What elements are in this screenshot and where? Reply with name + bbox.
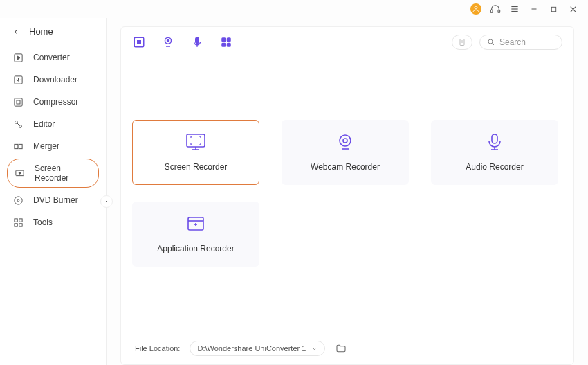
- svg-rect-2: [498, 10, 500, 12]
- sidebar-item-downloader[interactable]: Downloader: [0, 69, 106, 91]
- toolbar-right: Search: [452, 35, 562, 50]
- recordings-list-button[interactable]: [452, 35, 472, 50]
- mode-screen-icon[interactable]: [132, 35, 146, 49]
- toolbar: Search: [121, 27, 573, 57]
- svg-rect-26: [14, 223, 17, 226]
- svg-point-23: [17, 199, 19, 202]
- search-box[interactable]: Search: [479, 35, 562, 50]
- sidebar: Home Converter Downloader Compressor: [0, 18, 107, 365]
- svg-rect-29: [138, 40, 141, 44]
- svg-rect-34: [221, 37, 226, 42]
- file-location-value: D:\Wondershare UniConverter 1: [197, 344, 306, 353]
- sidebar-item-compressor[interactable]: Compressor: [0, 91, 106, 113]
- toolbar-mode-icons: [132, 35, 233, 49]
- screen-recorder-card-icon: [185, 133, 206, 151]
- maximize-button[interactable]: [548, 3, 559, 15]
- app-window: Home Converter Downloader Compressor: [0, 0, 588, 365]
- svg-point-21: [19, 172, 21, 174]
- file-location-label: File Location:: [135, 344, 180, 353]
- sidebar-item-label: DVD Burner: [33, 195, 78, 205]
- home-label: Home: [29, 26, 53, 37]
- converter-icon: [12, 52, 24, 63]
- svg-rect-24: [14, 218, 17, 221]
- headset-icon[interactable]: [490, 3, 501, 15]
- card-webcam-recorder[interactable]: Webcam Recorder: [282, 120, 409, 185]
- tools-icon: [12, 217, 24, 228]
- sidebar-item-dvd-burner[interactable]: DVD Burner: [0, 189, 106, 211]
- search-placeholder: Search: [499, 37, 526, 47]
- svg-rect-7: [551, 7, 555, 11]
- svg-line-17: [17, 123, 19, 125]
- svg-point-22: [14, 196, 21, 204]
- sidebar-item-label: Merger: [33, 141, 59, 151]
- svg-rect-48: [492, 134, 497, 143]
- open-folder-button[interactable]: [335, 342, 347, 355]
- svg-rect-32: [196, 37, 199, 43]
- downloader-icon: [12, 74, 24, 85]
- search-icon: [487, 38, 495, 46]
- main-area: Search Screen Recorder: [107, 18, 588, 365]
- svg-rect-36: [221, 42, 226, 46]
- sidebar-item-editor[interactable]: Editor: [0, 113, 106, 135]
- svg-rect-35: [227, 37, 231, 42]
- card-audio-recorder[interactable]: Audio Recorder: [431, 120, 558, 185]
- chevron-down-icon: [311, 346, 318, 352]
- sidebar-item-converter[interactable]: Converter: [0, 46, 106, 69]
- svg-point-31: [167, 39, 169, 42]
- hamburger-menu-icon[interactable]: [509, 3, 520, 15]
- svg-point-46: [340, 135, 351, 146]
- svg-rect-25: [19, 218, 21, 221]
- minimize-button[interactable]: [529, 3, 540, 15]
- svg-rect-19: [19, 144, 22, 148]
- sidebar-item-label: Screen Recorder: [35, 163, 91, 183]
- file-location-dropdown[interactable]: D:\Wondershare UniConverter 1: [190, 341, 325, 356]
- sidebar-item-tools[interactable]: Tools: [0, 211, 106, 233]
- svg-line-42: [493, 43, 495, 45]
- user-avatar-icon[interactable]: [470, 3, 481, 15]
- svg-rect-1: [490, 10, 493, 12]
- titlebar: [0, 0, 588, 18]
- sidebar-item-label: Converter: [33, 53, 70, 62]
- sidebar-item-label: Editor: [33, 119, 55, 129]
- mode-apps-icon[interactable]: [219, 35, 233, 49]
- svg-rect-18: [14, 144, 17, 148]
- svg-rect-43: [187, 134, 205, 147]
- screen-recorder-icon: [15, 168, 25, 179]
- app-body: Home Converter Downloader Compressor: [0, 18, 588, 365]
- recorder-cards-area: Screen Recorder Webcam Recorder Audio Re…: [121, 57, 573, 332]
- sidebar-item-label: Downloader: [33, 75, 77, 84]
- home-nav[interactable]: Home: [0, 26, 106, 46]
- compressor-icon: [12, 96, 24, 107]
- sidebar-item-label: Tools: [33, 217, 53, 227]
- mode-webcam-icon[interactable]: [161, 35, 175, 49]
- editor-icon: [12, 118, 24, 130]
- card-label: Audio Recorder: [466, 162, 523, 172]
- sidebar-item-label: Compressor: [33, 97, 78, 107]
- svg-marker-11: [17, 56, 20, 60]
- card-screen-recorder[interactable]: Screen Recorder: [132, 120, 259, 185]
- sidebar-item-screen-recorder[interactable]: Screen Recorder: [7, 159, 99, 188]
- webcam-recorder-card-icon: [335, 133, 356, 151]
- card-label: Webcam Recorder: [311, 162, 380, 172]
- sidebar-collapse-button[interactable]: [100, 195, 113, 208]
- svg-point-41: [488, 39, 493, 44]
- mode-audio-icon[interactable]: [190, 35, 204, 49]
- svg-rect-14: [17, 100, 20, 104]
- dvd-burner-icon: [12, 195, 24, 206]
- card-label: Application Recorder: [157, 244, 234, 253]
- svg-point-0: [475, 6, 477, 9]
- back-arrow-icon: [12, 28, 19, 35]
- svg-point-47: [343, 139, 347, 143]
- audio-recorder-card-icon: [484, 133, 505, 151]
- application-recorder-card-icon: [185, 215, 206, 233]
- card-label: Screen Recorder: [165, 162, 228, 172]
- close-button[interactable]: [567, 3, 578, 15]
- content-panel: Search Screen Recorder: [120, 26, 574, 365]
- svg-rect-27: [19, 223, 21, 226]
- merger-icon: [12, 141, 24, 152]
- svg-rect-13: [14, 98, 21, 105]
- sidebar-item-merger[interactable]: Merger: [0, 135, 106, 157]
- svg-rect-37: [227, 42, 231, 46]
- bottom-bar: File Location: D:\Wondershare UniConvert…: [121, 332, 573, 364]
- card-application-recorder[interactable]: Application Recorder: [132, 202, 259, 267]
